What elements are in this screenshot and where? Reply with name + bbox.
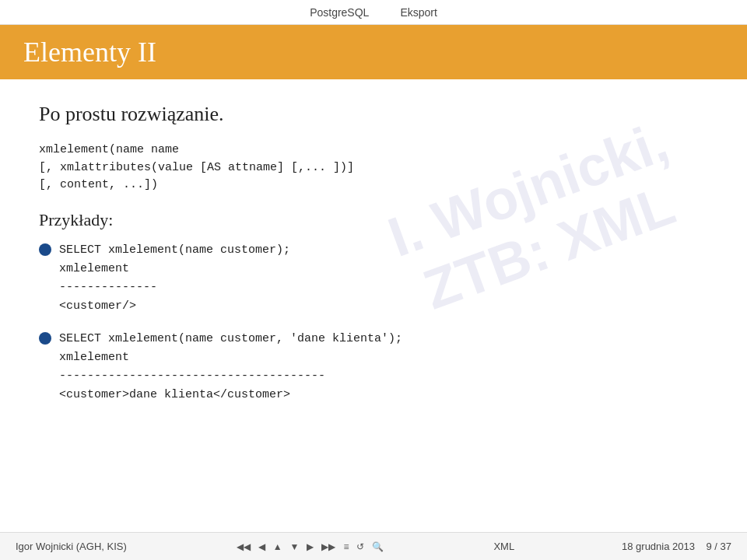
section-subtitle: Po prostu rozwiązanie. — [39, 103, 708, 126]
example-list: SELECT xmlelement(name customer); xmlele… — [39, 241, 708, 404]
nav-arrows[interactable]: ◀◀ ◀ ▲ ▼ ▶ ▶▶ ≡ ↺ 🔍 — [234, 540, 387, 554]
bullet-1 — [39, 243, 51, 256]
nav-postgresql[interactable]: PostgreSQL — [310, 6, 369, 19]
syntax-line3: [, content, ...]) — [39, 177, 708, 194]
footer-right: 18 grudnia 2013 9 / 37 — [622, 541, 731, 552]
arrow-right-double[interactable]: ▶▶ — [319, 540, 338, 554]
footer-author: Igor Wojnicki (AGH, KIS) — [16, 541, 127, 552]
example-1-code: SELECT xmlelement(name customer); xmlele… — [59, 241, 290, 316]
ex2-line4: <customer>dane klienta</customer> — [59, 386, 402, 404]
nav-search-icon[interactable]: 🔍 — [370, 540, 386, 554]
arrow-left-double[interactable]: ◀◀ — [234, 540, 253, 554]
arrow-down[interactable]: ▼ — [288, 540, 302, 554]
ex2-line3: -------------------------------------- — [59, 367, 402, 386]
ex1-line1: SELECT xmlelement(name customer); — [59, 241, 290, 260]
page-title: Elementy II — [23, 36, 724, 68]
example-item-1: SELECT xmlelement(name customer); xmlele… — [39, 241, 708, 316]
example-2-code: SELECT xmlelement(name customer, 'dane k… — [59, 330, 402, 404]
nav-refresh-icon[interactable]: ↺ — [354, 540, 366, 554]
syntax-line1: xmlelement(name name — [39, 142, 708, 159]
footer-date: 18 grudnia 2013 — [622, 541, 695, 552]
ex2-line2: xmlelement — [59, 348, 402, 367]
footer-center: XML — [493, 541, 514, 552]
nav-eksport[interactable]: Eksport — [400, 6, 437, 19]
main-content: I. Wojnicki, ZTB: XML Po prostu rozwiąza… — [0, 79, 747, 426]
syntax-block: xmlelement(name name [, xmlattributes(va… — [39, 142, 708, 194]
arrow-left[interactable]: ◀ — [256, 540, 268, 554]
bullet-2 — [39, 332, 51, 345]
top-nav: PostgreSQL Eksport — [0, 0, 747, 25]
example-item-2: SELECT xmlelement(name customer, 'dane k… — [39, 330, 708, 404]
ex1-line3: -------------- — [59, 278, 290, 297]
syntax-line2: [, xmlattributes(value [AS attname] [,..… — [39, 159, 708, 177]
footer-page: 9 / 37 — [706, 541, 731, 552]
bottom-bar: Igor Wojnicki (AGH, KIS) ◀◀ ◀ ▲ ▼ ▶ ▶▶ ≡… — [0, 532, 747, 560]
ex1-line4: <customer/> — [59, 297, 290, 316]
arrow-right[interactable]: ▶ — [304, 540, 316, 554]
examples-heading: Przykłady: — [39, 210, 708, 230]
header-bar: Elementy II — [0, 25, 747, 79]
nav-menu-icon[interactable]: ≡ — [341, 540, 351, 554]
ex1-line2: xmlelement — [59, 260, 290, 278]
ex2-line1: SELECT xmlelement(name customer, 'dane k… — [59, 330, 402, 348]
arrow-up[interactable]: ▲ — [271, 540, 285, 554]
